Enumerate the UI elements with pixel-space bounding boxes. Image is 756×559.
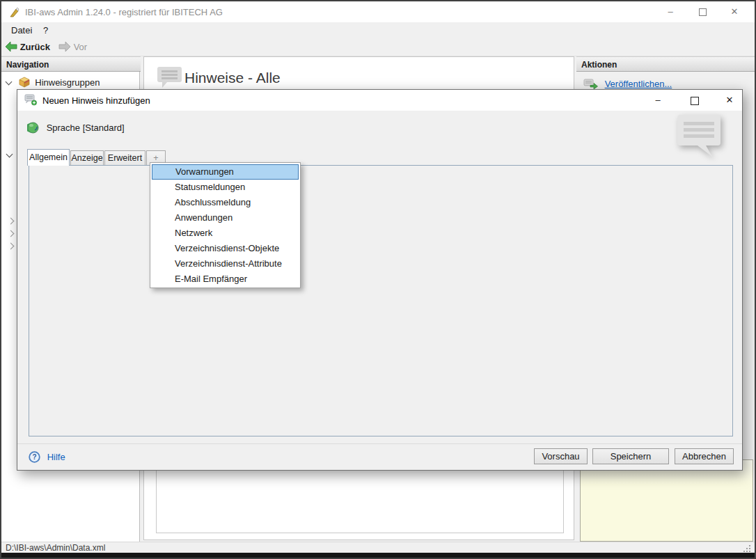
menu-item-vorwarnungen[interactable]: Vorwarnungen (152, 164, 299, 180)
menu-help[interactable]: ? (38, 22, 54, 39)
speichern-button[interactable]: Speichern (592, 448, 669, 464)
notes-panel (580, 459, 753, 542)
tree-expander-icon[interactable] (6, 79, 13, 86)
forward-arrow-icon (58, 41, 71, 52)
tab-page-allgemein (29, 165, 733, 436)
back-button[interactable]: Zurück (5, 41, 50, 54)
tab-erweitert[interactable]: Erweitert (104, 150, 145, 166)
add-hinweis-icon (24, 94, 38, 106)
footer-divider (17, 443, 742, 444)
svg-text:?: ? (32, 453, 36, 461)
tree-expander-icon[interactable] (8, 218, 15, 225)
add-tab-popup-menu: Vorwarnungen Statusmeldungen Abschlussme… (150, 162, 301, 288)
dialog-maximize-icon (691, 97, 699, 105)
menu-item-anwendungen[interactable]: Anwendungen (152, 210, 299, 226)
toolbar: Zurück Vor (1, 39, 755, 56)
data-file-path: D:\IBI-aws\Admin\Data.xml (6, 543, 105, 553)
publish-icon (583, 79, 598, 89)
dialog-minimize-button[interactable]: – (647, 90, 668, 111)
menu-item-verzeichnisdienst-objekte[interactable]: Verzeichnisdienst-Objekte (152, 241, 299, 256)
app-logo-icon (8, 6, 20, 18)
page-title: Hinweise - Alle (184, 70, 281, 86)
app-window: IBI-aws Admin 1.24.0 - registriert für I… (0, 0, 756, 559)
hinweisgruppen-box-icon (19, 77, 30, 88)
tree-item-hinweisgruppen[interactable]: Hinweisgruppen (4, 76, 100, 90)
dialog-titlebar: Neuen Hinweis hinzufügen – ✕ (17, 90, 742, 111)
main-titlebar: IBI-aws Admin 1.24.0 - registriert für I… (1, 1, 755, 22)
navigation-header: Navigation (1, 56, 141, 72)
maximize-icon (699, 8, 707, 16)
help-icon: ? (29, 451, 40, 463)
dialog-maximize-button[interactable] (684, 90, 705, 111)
vorschau-button[interactable]: Vorschau (534, 448, 588, 464)
resize-grip-icon[interactable] (743, 545, 750, 552)
tree-expander-icon[interactable] (8, 230, 15, 237)
menubar: Datei ? (1, 22, 755, 39)
menu-item-verzeichnisdienst-attribute[interactable]: Verzeichnisdienst-Attribute (152, 256, 299, 271)
dialog-close-button[interactable]: ✕ (719, 90, 740, 111)
close-button[interactable]: ✕ (724, 1, 745, 22)
menu-item-abschlussmeldung[interactable]: Abschlussmeldung (152, 195, 299, 210)
minimize-button[interactable]: – (660, 1, 681, 22)
tab-anzeige[interactable]: Anzeige (70, 150, 104, 166)
menu-item-email-empfaenger[interactable]: E-Mail Empfänger (152, 271, 299, 287)
forward-button[interactable]: Vor (58, 41, 87, 54)
menu-item-netzwerk[interactable]: Netzwerk (152, 226, 299, 241)
actions-header: Aktionen (576, 56, 756, 72)
statusbar: D:\IBI-aws\Admin\Data.xml (1, 542, 755, 553)
help-link[interactable]: ? Hilfe (29, 450, 65, 464)
tree-expander-icon[interactable] (6, 151, 13, 158)
dialog-title: Neuen Hinweis hinzufügen (42, 95, 150, 106)
dialog-neuen-hinweis: Neuen Hinweis hinzufügen – ✕ Sprache [St… (17, 89, 743, 471)
abbrechen-button[interactable]: Abbrechen (675, 448, 734, 464)
tree-expander-icon[interactable] (8, 243, 15, 250)
help-label: Hilfe (47, 452, 65, 462)
hinweise-bubble-icon (157, 65, 183, 89)
language-label: Sprache [Standard] (47, 123, 125, 133)
language-selector[interactable]: Sprache [Standard] (27, 121, 125, 135)
menu-datei[interactable]: Datei (6, 22, 38, 39)
bubble-watermark-icon (674, 112, 725, 161)
window-title: IBI-aws Admin 1.24.0 - registriert für I… (25, 7, 223, 17)
window-bottom-edge (1, 553, 755, 558)
tree-item-label: Hinweisgruppen (35, 77, 100, 88)
maximize-button[interactable] (692, 1, 713, 22)
tab-allgemein[interactable]: Allgemein (27, 149, 70, 166)
back-arrow-icon (5, 41, 17, 52)
globe-icon (27, 122, 39, 134)
menu-item-statusmeldungen[interactable]: Statusmeldungen (152, 180, 299, 195)
